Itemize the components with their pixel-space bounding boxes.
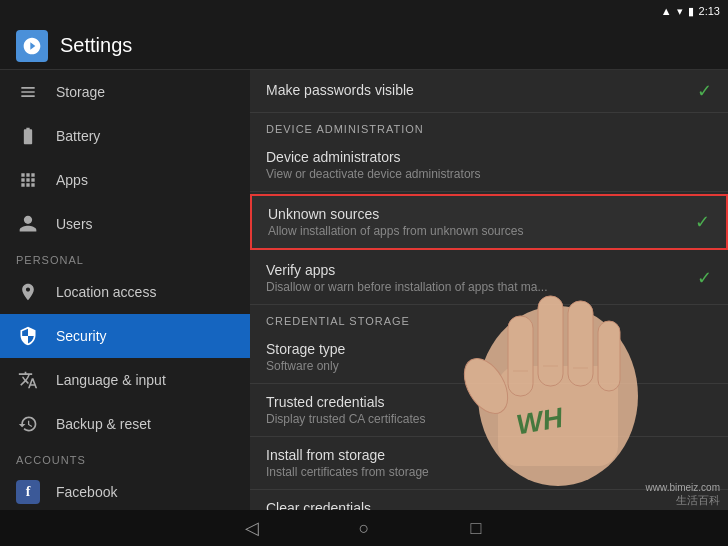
- verify-apps-item[interactable]: Verify apps Disallow or warn before inst…: [250, 252, 728, 305]
- sidebar-item-facebook[interactable]: f Facebook: [0, 470, 250, 510]
- storage-icon: [16, 80, 40, 104]
- sidebar-language-label: Language & input: [56, 372, 166, 388]
- status-icons: ▲ ▾ ▮ 2:13: [661, 5, 720, 18]
- personal-section-label: PERSONAL: [0, 246, 250, 270]
- home-button[interactable]: ○: [348, 512, 380, 544]
- sidebar-item-apps[interactable]: Apps: [0, 158, 250, 202]
- watermark: www.bimeiz.com 生活百科: [646, 482, 720, 508]
- back-button[interactable]: ◁: [236, 512, 268, 544]
- verify-apps-check: ✓: [697, 267, 712, 289]
- sidebar-users-label: Users: [56, 216, 93, 232]
- credential-storage-section-header: CREDENTIAL STORAGE: [250, 305, 728, 331]
- device-admin-section-header: DEVICE ADMINISTRATION: [250, 113, 728, 139]
- wifi-icon: ▾: [677, 5, 683, 18]
- apps-nav-icon: [16, 168, 40, 192]
- site-watermark: www.bimeiz.com: [646, 482, 720, 493]
- sidebar-item-battery[interactable]: Battery: [0, 114, 250, 158]
- language-icon: [16, 368, 40, 392]
- trusted-creds-title: Trusted credentials: [266, 394, 712, 410]
- location-icon: [16, 280, 40, 304]
- verify-apps-title: Verify apps: [266, 262, 689, 278]
- storage-type-subtitle: Software only: [266, 359, 712, 373]
- settings-icon: [16, 30, 48, 62]
- passwords-visible-title: Make passwords visible: [266, 82, 689, 98]
- facebook-icon: f: [16, 480, 40, 504]
- unknown-sources-item[interactable]: Unknown sources Allow installation of ap…: [250, 194, 728, 250]
- trusted-credentials-item[interactable]: Trusted credentials Display trusted CA c…: [250, 384, 728, 437]
- sidebar-backup-label: Backup & reset: [56, 416, 151, 432]
- sidebar-apps-label: Apps: [56, 172, 88, 188]
- content-area: Make passwords visible ✓ DEVICE ADMINIST…: [250, 70, 728, 510]
- top-bar: Settings: [0, 22, 728, 70]
- status-bar: ▲ ▾ ▮ 2:13: [0, 0, 728, 22]
- signal-icon: ▲: [661, 5, 672, 17]
- device-admin-title: Device administrators: [266, 149, 712, 165]
- battery-nav-icon: [16, 124, 40, 148]
- install-storage-title: Install from storage: [266, 447, 712, 463]
- device-administrators-item[interactable]: Device administrators View or deactivate…: [250, 139, 728, 192]
- bottom-nav: ◁ ○ □: [0, 510, 728, 546]
- cn-text: 生活百科: [646, 493, 720, 508]
- unknown-sources-subtitle: Allow installation of apps from unknown …: [268, 224, 687, 238]
- sidebar-item-users[interactable]: Users: [0, 202, 250, 246]
- sidebar: Storage Battery Apps: [0, 70, 250, 510]
- sidebar-item-security[interactable]: Security: [0, 314, 250, 358]
- sidebar-security-label: Security: [56, 328, 107, 344]
- sidebar-item-location-access[interactable]: Location access: [0, 270, 250, 314]
- main-layout: Storage Battery Apps: [0, 70, 728, 510]
- recents-button[interactable]: □: [460, 512, 492, 544]
- page-title: Settings: [60, 34, 132, 57]
- backup-icon: [16, 412, 40, 436]
- security-icon: [16, 324, 40, 348]
- sidebar-item-backup-reset[interactable]: Backup & reset: [0, 402, 250, 446]
- users-nav-icon: [16, 212, 40, 236]
- sidebar-storage-label: Storage: [56, 84, 105, 100]
- battery-icon: ▮: [688, 5, 694, 18]
- verify-apps-subtitle: Disallow or warn before installation of …: [266, 280, 689, 294]
- storage-type-title: Storage type: [266, 341, 712, 357]
- accounts-section-label: ACCOUNTS: [0, 446, 250, 470]
- sidebar-location-label: Location access: [56, 284, 156, 300]
- time-display: 2:13: [699, 5, 720, 17]
- storage-type-item[interactable]: Storage type Software only: [250, 331, 728, 384]
- sidebar-item-language-input[interactable]: Language & input: [0, 358, 250, 402]
- sidebar-item-storage[interactable]: Storage: [0, 70, 250, 114]
- passwords-visible-check: ✓: [697, 80, 712, 102]
- trusted-creds-subtitle: Display trusted CA certificates: [266, 412, 712, 426]
- make-passwords-visible-item[interactable]: Make passwords visible ✓: [250, 70, 728, 113]
- sidebar-facebook-label: Facebook: [56, 484, 117, 500]
- device-admin-subtitle: View or deactivate device administrators: [266, 167, 712, 181]
- unknown-sources-check: ✓: [695, 211, 710, 233]
- install-storage-subtitle: Install certificates from storage: [266, 465, 712, 479]
- sidebar-battery-label: Battery: [56, 128, 100, 144]
- unknown-sources-title: Unknown sources: [268, 206, 687, 222]
